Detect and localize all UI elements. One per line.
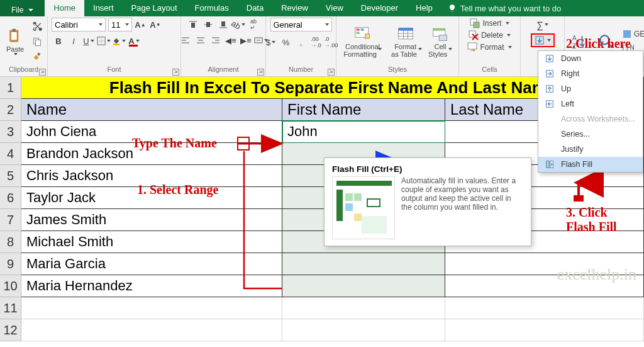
fill-right-item[interactable]: Right — [538, 66, 643, 81]
tooltip-illustration — [332, 176, 395, 239]
fill-justify-item[interactable]: Justify — [538, 142, 643, 157]
fill-series-item[interactable]: Series... — [538, 127, 643, 142]
fill-up-item[interactable]: Up — [538, 81, 643, 96]
flash-fill-tooltip: Flash Fill (Ctrl+E) Automatically fill i… — [324, 157, 531, 246]
tooltip-title: Flash Fill (Ctrl+E) — [332, 164, 523, 174]
svg-rect-63 — [574, 195, 584, 202]
fill-flash-fill-item[interactable]: Flash Fill — [538, 157, 643, 172]
fill-dropdown-menu: Down Right Up Left Across Worksheets... … — [538, 50, 643, 173]
fill-down-item[interactable]: Down — [538, 51, 643, 66]
tooltip-body: Automatically fill in values. Enter a co… — [401, 176, 523, 239]
fill-across-item: Across Worksheets... — [538, 111, 643, 127]
svg-rect-57 — [547, 161, 549, 168]
fill-left-item[interactable]: Left — [538, 96, 643, 111]
